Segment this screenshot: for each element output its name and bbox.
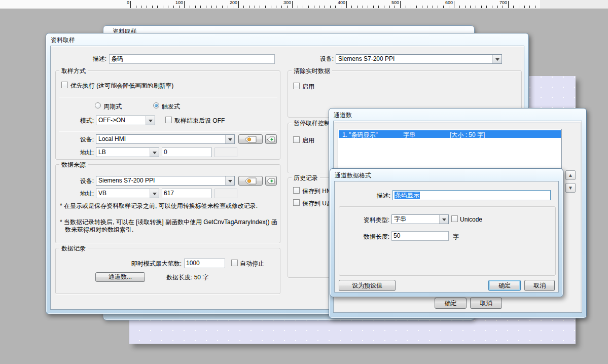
ruler-tick	[508, 1, 509, 8]
mode-combobox[interactable]: OFF->ON	[96, 116, 155, 125]
data-sampling-title: 资料取样	[51, 36, 75, 45]
ruler-tick	[163, 6, 163, 8]
save-hmi-checkbox[interactable]	[293, 187, 300, 194]
periodic-radio[interactable]	[95, 102, 101, 108]
ruler-tick	[465, 6, 466, 8]
ruler-tick	[492, 6, 492, 8]
format-ok-button[interactable]: 确定	[488, 280, 521, 291]
ruler-tick	[243, 6, 244, 8]
device-top-label: 设备:	[303, 55, 334, 62]
periodic-radio-label: 周期式	[103, 103, 122, 110]
format-desc-label: 描述:	[355, 192, 390, 199]
ruler-tick	[260, 6, 260, 8]
ruler-label: 500	[391, 0, 400, 5]
pause-enable-label: 启用	[302, 137, 314, 144]
tag-icon	[244, 136, 257, 143]
ruler-tick	[200, 6, 201, 8]
channel-list-item-selected[interactable]: 1. "条码显示" 字串 [大小 : 50 字]	[339, 130, 561, 138]
trigger-address-input[interactable]: 0	[162, 148, 212, 157]
chevron-down-icon	[228, 180, 232, 185]
data-source-group-title: 数据来源	[59, 161, 88, 169]
ruler-tick	[303, 6, 303, 8]
arrow-down-icon: ▼	[568, 186, 573, 191]
sampling-method-group: 取样方式 优先执行 (这可能会降低画面的刷新率) 周期式 触发式 模式: OFF…	[55, 70, 280, 160]
separator	[59, 97, 277, 97]
set-off-after-label: 取样结束后设 OFF	[174, 117, 225, 124]
ruler-tick	[206, 6, 206, 8]
max-records-input[interactable]: 1000	[184, 259, 225, 268]
ruler-tick	[308, 6, 309, 8]
description-label: 描述:	[61, 55, 106, 62]
add-tag-button[interactable]	[265, 176, 277, 186]
address-tag-button[interactable]	[238, 176, 263, 186]
pause-enable-checkbox[interactable]	[293, 136, 300, 143]
channels-button[interactable]: 通道数...	[95, 272, 145, 282]
channel-item-size: [大小 : 50 字]	[450, 131, 485, 139]
channel-count-titlebar[interactable]: 通道数	[329, 108, 586, 121]
ruler-label: 200	[230, 0, 238, 5]
save-usb-checkbox[interactable]	[293, 199, 300, 206]
ruler-tick	[190, 6, 190, 8]
unicode-checkbox[interactable]	[451, 215, 458, 222]
ruler-tick	[524, 6, 525, 8]
add-tag-button[interactable]	[265, 134, 277, 144]
ruler-tick	[228, 6, 228, 8]
ruler-tick	[449, 6, 449, 8]
trigger-radio[interactable]	[153, 102, 159, 108]
format-desc-input[interactable]: 条码显示	[392, 190, 551, 200]
mode-label: 模式:	[66, 117, 94, 124]
ruler-tick	[195, 6, 196, 8]
sampling-method-group-title: 取样方式	[59, 67, 88, 76]
address-tag-button[interactable]	[238, 134, 263, 144]
ruler-tick	[222, 6, 223, 8]
trigger-device-combobox[interactable]: Local HMI	[96, 134, 235, 144]
ruler-label: 100	[175, 0, 184, 5]
ruler-tick	[427, 6, 427, 8]
description-input[interactable]: 条码	[109, 54, 275, 64]
chevron-down-icon	[495, 58, 499, 63]
source-device-combobox[interactable]: Siemens S7-200 PPI	[96, 176, 235, 186]
ruler-tick	[470, 6, 471, 8]
auto-stop-checkbox[interactable]	[231, 260, 238, 266]
trigger-device-label: 设备:	[66, 136, 94, 143]
ruler-tick	[255, 6, 255, 8]
trigger-address-label: 地址:	[66, 149, 94, 156]
priority-checkbox[interactable]	[61, 82, 68, 88]
clear-realtime-group-title: 清除实时数据	[292, 67, 332, 76]
format-cancel-button[interactable]: 取消	[524, 280, 555, 291]
set-off-after-checkbox[interactable]	[165, 117, 172, 123]
set-default-button[interactable]: 设为预设值	[339, 280, 396, 291]
source-address-type-combobox[interactable]: VB	[96, 189, 159, 198]
ruler-tick	[147, 6, 147, 8]
ruler-tick	[319, 6, 319, 8]
move-up-button[interactable]: ▲	[565, 170, 576, 180]
channel-format-titlebar[interactable]: 通道数据格式	[330, 169, 563, 181]
ruler-tick	[486, 6, 487, 8]
ruler-tick	[238, 1, 239, 8]
ruler-tick	[513, 6, 514, 8]
device-top-combobox[interactable]: Siemens S7-200 PPI	[336, 54, 502, 64]
ruler-tick	[130, 1, 131, 8]
ruler-tick	[281, 6, 282, 8]
data-sampling-titlebar[interactable]: 资料取样	[46, 33, 528, 46]
trigger-address-type-combobox[interactable]: LB	[96, 148, 159, 157]
ruler-tick	[287, 6, 288, 8]
move-down-button[interactable]: ▼	[565, 183, 576, 193]
channel-format-title: 通道数据格式	[335, 171, 371, 180]
ruler-tick	[503, 6, 503, 8]
ruler-tick	[351, 6, 352, 8]
priority-label: 优先执行 (这可能会降低画面的刷新率)	[70, 82, 173, 89]
note-conversion-tag: * 在显示或是保存资料取样记录之前, 可以使用转换标签来检查或修改记录.	[60, 202, 279, 210]
channel-cancel-button[interactable]: 取消	[470, 298, 502, 309]
source-address-input[interactable]: 617	[162, 189, 212, 198]
ruler-tick	[519, 6, 519, 8]
data-length-label: 数据长度:	[350, 233, 389, 240]
data-type-label: 资料类型:	[350, 216, 389, 224]
horizontal-ruler: 0100200300400500600700	[0, 0, 608, 9]
clear-enable-checkbox[interactable]	[293, 83, 300, 89]
ruler-tick	[298, 6, 298, 8]
data-length-input[interactable]: 50	[391, 231, 449, 241]
data-type-combobox[interactable]: 字串	[391, 214, 449, 224]
channel-ok-button[interactable]: 确定	[435, 298, 467, 309]
save-usb-label: 保存到 U盘	[302, 200, 333, 207]
